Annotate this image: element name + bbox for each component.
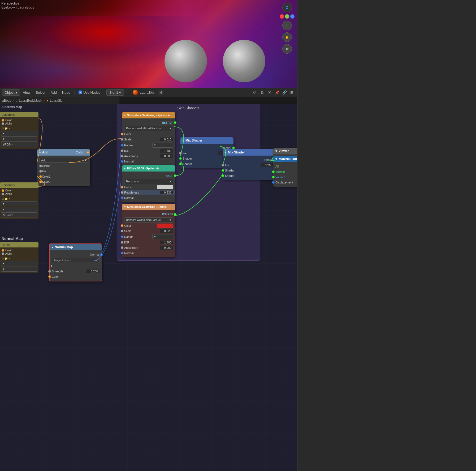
breadcrumb-part2[interactable]: LauraBodyMesh — [19, 99, 42, 102]
select-menu[interactable]: Select — [34, 89, 47, 96]
diffuse-epi-collapse[interactable]: ▾ — [124, 167, 126, 170]
sss-epi-scale-value[interactable]: 0.010 — [160, 138, 173, 141]
sss-epi-ior-value[interactable]: 1.400 — [160, 149, 173, 153]
copy-icon[interactable]: ⧉ — [259, 89, 265, 96]
sss-dermis-scale-in — [121, 230, 123, 232]
slot-dropdown[interactable]: Slot 1 ▾ — [106, 89, 124, 96]
tex-dropdown-2[interactable]: ▾ — [1, 136, 37, 142]
normalmap-space-dropdown[interactable]: Tangent Space ▾ — [52, 258, 99, 263]
shield-icon[interactable]: 🛡 — [252, 89, 258, 96]
nm-dropdown-2[interactable]: ▾ — [1, 267, 37, 272]
normalmap-strength-value[interactable]: 3.200 — [86, 269, 99, 273]
breadcrumb-part3[interactable]: LauraSkin — [50, 99, 64, 102]
normalmap-collapse[interactable]: ▾ — [52, 246, 53, 249]
view-menu[interactable]: View — [21, 89, 33, 96]
matout-title: Material Out — [279, 157, 297, 161]
mix2-title: Mix Shader — [228, 151, 245, 154]
sss-dermis-scale-value[interactable]: 0.020 — [160, 229, 173, 233]
sss-epi-collapse[interactable]: ▾ — [124, 114, 126, 117]
color-socket-out-2 — [2, 189, 4, 192]
link-icon[interactable]: 🔗 — [281, 89, 288, 96]
alpha-socket-out-1 — [2, 122, 4, 125]
tex-dropdown-2-2[interactable]: ▾ — [1, 207, 37, 212]
tex-dropdown-2-3[interactable]: sRGB ▾ — [1, 212, 37, 217]
color-row-nm: Color — [1, 249, 37, 252]
diffuse-epi-shader-out — [174, 174, 176, 177]
breadcrumb-part1[interactable]: aBody — [2, 99, 11, 102]
sss-epi-radius-dropdown[interactable]: ▾ — [152, 143, 173, 148]
sss-dermis-aniso-value[interactable]: 0.000 — [160, 246, 173, 250]
sss-dermis-radius-row: Radius ▾ — [122, 234, 175, 240]
sss-epi-normal-label: Normal — [124, 160, 173, 163]
matout-surface-in — [272, 170, 275, 173]
breadcrumb-sep2: › — [44, 99, 45, 102]
sss-dermis-normal-label: Normal — [124, 251, 173, 255]
add-collapse[interactable]: ▾ — [39, 151, 41, 154]
nm-dropdown-1[interactable]: ▾ — [1, 261, 37, 266]
add-method-dropdown[interactable]: Add ▾ — [39, 158, 88, 163]
pin-icon[interactable]: 📌 — [274, 89, 280, 96]
layout-icon[interactable]: ⊞ — [289, 89, 295, 96]
use-nodes-toggle[interactable]: ✓ Use Nodes — [77, 91, 102, 95]
diffuse-epi-roughness-in — [121, 191, 123, 194]
mix2-fac-in — [222, 164, 224, 166]
use-nodes-label: Use Nodes — [83, 91, 100, 95]
diffuse-epi-method-dropdown[interactable]: Beckmann ▾ — [124, 179, 173, 184]
close-icon[interactable]: ✕ — [266, 89, 273, 96]
diffuse-epi-color-swatch[interactable] — [157, 185, 173, 189]
sss-epi-type-row: BSSRDF — [122, 120, 175, 125]
color-socket-out-1 — [2, 119, 4, 122]
diffuse-epi-roughness-value[interactable]: 0.532 — [160, 191, 173, 194]
tex-dropdown-1[interactable]: ▾ — [1, 131, 37, 136]
add-color-out: Color — [76, 151, 84, 154]
tex-dropdown-3[interactable]: sRGB ▾ — [1, 142, 37, 147]
mix2-fac-value[interactable]: 0.268 — [261, 163, 274, 167]
tex-normalmap-header: HiRes — [0, 242, 38, 247]
material-number: 4 — [158, 90, 163, 95]
use-nodes-checkbox[interactable]: ✓ — [79, 91, 82, 94]
viewport-right — [111, 0, 297, 88]
tex-dropdown-2-1[interactable]: ▾ — [1, 201, 37, 206]
sss-dermis-title: Subsurface Scattering - Dermis — [127, 205, 167, 208]
tex-normalmap-body: Color Alpha ⊡ 📁 ✕ ▾ ▾ — [0, 247, 38, 273]
sss-dermis-method-dropdown[interactable]: Random Walk (Fixed Radius) ▾ — [124, 217, 173, 222]
viewer-collapse[interactable]: ▾ — [275, 149, 277, 153]
mix2-shader2-row: Shader — [223, 173, 276, 178]
add-color1-label: Color1 — [42, 175, 88, 178]
sss-epi-aniso-row: Anisotropy 0.000 — [122, 153, 175, 159]
camera-btn[interactable]: 🎥 — [282, 21, 292, 30]
sss-dermis-color-swatch[interactable] — [157, 224, 173, 228]
mix1-collapse[interactable]: ▾ — [183, 139, 184, 142]
nm-color-socket — [2, 249, 4, 252]
tex-icon2-1: ⊡ — [2, 197, 4, 200]
object-menu[interactable]: Object ▾ — [2, 89, 20, 96]
add-color1-socket — [39, 175, 42, 178]
tex-header-2: Epidermis — [0, 182, 38, 188]
sss-epi-ior-label: IOR — [124, 149, 160, 152]
sss-dermis-collapse[interactable]: ▾ — [124, 205, 126, 208]
grid-btn[interactable]: ⊞ — [282, 44, 292, 54]
gizmo-z[interactable]: Z — [282, 3, 292, 12]
sss-epidermis-header: ▾ Subsurface Scattering - Epidermis — [122, 112, 175, 118]
diffuse-epi-method-row: Beckmann ▾ — [122, 178, 175, 185]
sss-dermis-scale-row: Scale 0.020 — [122, 228, 175, 234]
color-row-2: Color — [1, 189, 37, 192]
sss-dermis-ior-value[interactable]: 1.400 — [160, 241, 173, 244]
matout-collapse[interactable]: ▾ — [275, 157, 277, 161]
add-menu[interactable]: Add — [49, 89, 59, 96]
normalmap-color-in — [48, 275, 51, 278]
tex-node-epidermis-2: Epidermis Color Alpha ⊡ 📁 ✕ ▾ ▾ — [0, 182, 38, 219]
tex-epidermis2-label: Epidermis — [2, 183, 15, 187]
node-menu[interactable]: Node — [60, 89, 72, 96]
right-panel-content — [297, 0, 476, 5]
slot-label: Slot 1 — [109, 91, 118, 95]
gizmo-axes — [280, 14, 295, 19]
sss-epi-aniso-value[interactable]: 0.000 — [160, 154, 173, 158]
hand-btn[interactable]: ✋ — [282, 32, 292, 42]
mix2-collapse[interactable]: ▾ — [225, 151, 226, 154]
mix2-shader-out-row: Shader — [223, 157, 276, 162]
normalmap-color-row: Color — [50, 274, 102, 279]
sss-epi-method-dropdown[interactable]: Random Walk (Fixed Radius) ▾ — [124, 126, 173, 131]
object-menu-label: Object — [5, 91, 15, 95]
sss-dermis-radius-dropdown[interactable]: ▾ — [152, 234, 173, 239]
